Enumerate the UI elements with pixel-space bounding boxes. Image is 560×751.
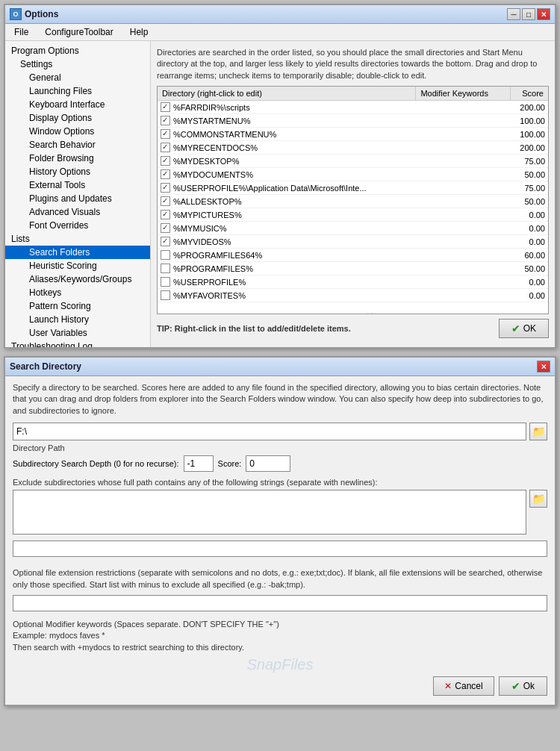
sidebar-item-heuristic-scoring[interactable]: Heuristic Scoring — [5, 259, 150, 272]
table-row[interactable]: %MYDESKTOP% 75.00 — [158, 155, 548, 168]
sidebar-item-display-options[interactable]: Display Options — [5, 111, 150, 125]
table-row[interactable]: %ALLDESKTOP% 50.00 — [158, 195, 548, 208]
directory-table-container[interactable]: Directory (right-click to edit) Modifier… — [157, 86, 549, 314]
menu-configure-toolbar[interactable]: ConfigureToolbar — [40, 25, 117, 39]
sidebar-settings[interactable]: Settings — [5, 57, 150, 71]
sidebar-item-launch-history[interactable]: Launch History — [5, 313, 150, 326]
directory-path: %MYSTARTMENU% — [173, 116, 251, 125]
directory-checkbox[interactable] — [161, 156, 170, 166]
menu-file[interactable]: File — [10, 25, 33, 39]
table-row[interactable]: %MYMUSIC% 0.00 — [158, 222, 548, 235]
extension-input[interactable] — [13, 540, 547, 557]
subdepth-row: Subdirectory Search Depth (0 for no recu… — [13, 455, 547, 472]
score-value: 0.00 — [510, 275, 548, 289]
table-row[interactable]: %MYSTARTMENU% 100.00 — [158, 114, 548, 128]
sidebar-item-search-folders[interactable]: Search Folders — [5, 246, 150, 259]
sidebar-item-external-tools[interactable]: External Tools — [5, 178, 150, 192]
directory-path: %MYRECENTDOCS% — [173, 143, 258, 152]
directory-checkbox[interactable] — [161, 143, 170, 152]
table-row[interactable]: %MYDOCUMENTS% 50.00 — [158, 168, 548, 181]
sidebar-item-pattern-scoring[interactable]: Pattern Scoring — [5, 299, 150, 313]
table-row[interactable]: %MYVIDEOS% 0.00 — [158, 235, 548, 249]
directory-checkbox[interactable] — [161, 169, 170, 179]
dialog-footer: ✕ Cancel ✔ Ok — [13, 673, 547, 699]
col-score: Score — [510, 87, 548, 101]
directory-checkbox[interactable] — [161, 129, 170, 139]
directory-checkbox[interactable] — [161, 210, 170, 219]
exclude-textarea[interactable] — [13, 490, 526, 535]
directory-checkbox[interactable] — [161, 237, 170, 246]
directory-checkbox[interactable] — [161, 250, 170, 260]
col-modifier: Modifier Keywords — [416, 87, 510, 101]
score-value: 100.00 — [510, 114, 548, 128]
modifier-input[interactable] — [13, 595, 547, 611]
directory-path: %PROGRAMFILES64% — [173, 251, 262, 260]
score-input[interactable] — [246, 455, 290, 472]
browse-exclude-button[interactable]: 📁 — [529, 490, 547, 508]
sidebar-item-launching-files[interactable]: Launching Files — [5, 84, 150, 98]
subdepth-label: Subdirectory Search Depth (0 for no recu… — [13, 459, 179, 468]
sidebar-item-general[interactable]: General — [5, 71, 150, 84]
modifier-keywords — [416, 155, 510, 168]
maximize-button[interactable]: □ — [522, 8, 535, 20]
search-dir-close-button[interactable]: ✕ — [537, 361, 550, 373]
sidebar-troubleshooting[interactable]: Troubleshooting Log — [5, 340, 150, 347]
options-title: Options — [25, 9, 58, 19]
directory-checkbox[interactable] — [161, 102, 170, 112]
search-dir-title: Search Directory — [10, 361, 81, 372]
score-value: 200.00 — [510, 101, 548, 114]
directory-checkbox[interactable] — [161, 264, 170, 273]
sidebar-item-history-options[interactable]: History Options — [5, 165, 150, 178]
menu-bar: File ConfigureToolbar Help — [5, 24, 555, 41]
sidebar: Program Options Settings General Launchi… — [5, 41, 151, 347]
table-row[interactable]: %MYRECENTDOCS% 200.00 — [158, 141, 548, 155]
table-row[interactable]: %FARRDIR%\scripts 200.00 — [158, 101, 548, 114]
directory-checkbox[interactable] — [161, 290, 170, 300]
ok-button[interactable]: ✔ OK — [499, 319, 549, 338]
sidebar-item-font-overrides[interactable]: Font Overrides — [5, 219, 150, 232]
sidebar-item-hotkeys[interactable]: Hotkeys — [5, 286, 150, 299]
sidebar-item-user-variables[interactable]: User Variables — [5, 326, 150, 340]
dialog-ok-label: Ok — [523, 681, 535, 691]
sidebar-item-aliases-keywords[interactable]: Aliases/Keywords/Groups — [5, 272, 150, 286]
table-row[interactable]: %USERPROFILE% 0.00 — [158, 275, 548, 289]
path-row: 📁 — [13, 423, 547, 440]
directory-checkbox[interactable] — [161, 277, 170, 287]
table-row[interactable]: %PROGRAMFILES% 50.00 — [158, 262, 548, 275]
watermark2: SnapFiles — [13, 656, 547, 673]
cancel-icon: ✕ — [444, 681, 452, 691]
dialog-ok-button[interactable]: ✔ Ok — [499, 676, 547, 696]
minimize-button[interactable]: ─ — [507, 8, 520, 20]
directory-checkbox[interactable] — [161, 196, 170, 206]
directory-path: %MYVIDEOS% — [173, 237, 231, 246]
sidebar-lists[interactable]: Lists — [5, 232, 150, 246]
directory-checkbox[interactable] — [161, 116, 170, 125]
sidebar-item-folder-browsing[interactable]: Folder Browsing — [5, 152, 150, 165]
dialog-description: Specify a directory to be searched. Scor… — [13, 382, 547, 417]
table-row[interactable]: %MYPICTURES% 0.00 — [158, 208, 548, 222]
sidebar-item-search-behavior[interactable]: Search Behavior — [5, 138, 150, 152]
sidebar-item-keyboard-interface[interactable]: Keyboard Interface — [5, 98, 150, 111]
score-value: 75.00 — [510, 181, 548, 195]
modifier-keywords — [416, 222, 510, 235]
close-button[interactable]: ✕ — [537, 8, 550, 20]
browse-path-button[interactable]: 📁 — [529, 423, 547, 440]
subdepth-input[interactable] — [184, 455, 214, 472]
sidebar-item-advanced-visuals[interactable]: Advanced Visuals — [5, 205, 150, 219]
table-row[interactable]: %PROGRAMFILES64% 60.00 — [158, 249, 548, 262]
table-row[interactable]: %USERPROFILE%\Application Data\Microsoft… — [158, 181, 548, 195]
modifier-keywords — [416, 289, 510, 302]
menu-help[interactable]: Help — [125, 25, 153, 39]
directory-checkbox[interactable] — [161, 183, 170, 193]
sidebar-item-window-options[interactable]: Window Options — [5, 125, 150, 138]
path-input[interactable] — [13, 423, 526, 440]
search-directory-window: Search Directory ✕ Specify a directory t… — [4, 356, 556, 706]
sidebar-item-plugins-updates[interactable]: Plugins and Updates — [5, 192, 150, 205]
directory-path: %USERPROFILE% — [173, 278, 246, 287]
directory-checkbox[interactable] — [161, 223, 170, 233]
table-row[interactable]: %MYFAVORITES% 0.00 — [158, 289, 548, 302]
cancel-button[interactable]: ✕ Cancel — [433, 676, 494, 696]
sidebar-program-options[interactable]: Program Options — [5, 44, 150, 57]
score-value: 60.00 — [510, 249, 548, 262]
table-row[interactable]: %COMMONSTARTMENU% 100.00 — [158, 128, 548, 141]
